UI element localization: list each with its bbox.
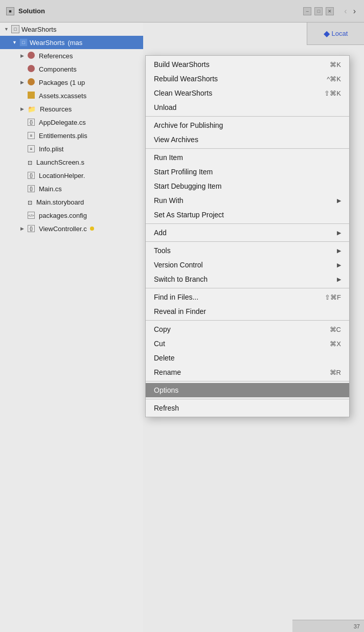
menu-item-refresh[interactable]: Refresh <box>146 401 349 415</box>
statusbar: 37 <box>292 620 364 632</box>
viewcontroller-item[interactable]: ▶ {} ViewController.c <box>0 222 143 235</box>
titlebar-controls[interactable]: – □ ✕ <box>303 7 334 15</box>
expand-triangle: ▼ <box>4 27 9 32</box>
item-label: Components <box>39 65 77 73</box>
menu-item-run[interactable]: Run Item <box>146 150 349 165</box>
item-label: ViewController.c <box>39 225 87 233</box>
menu-item-label: Set As Startup Project <box>154 211 341 219</box>
maximize-button[interactable]: □ <box>314 7 323 15</box>
back-arrow[interactable]: ‹ <box>342 6 349 17</box>
submenu-arrow: ▶ <box>337 247 341 254</box>
item-label: LaunchScreen.s <box>36 159 84 166</box>
menu-item-label: Rename <box>154 368 330 376</box>
menu-item-label: Start Debugging Item <box>154 182 341 190</box>
menu-section-run: Run Item Start Profiling Item Start Debu… <box>146 149 349 224</box>
menu-section-tools: Tools ▶ Version Control ▶ Switch to Bran… <box>146 242 349 288</box>
cs-icon: {} <box>28 225 35 232</box>
storyboard-icon: ⊡ <box>28 198 32 206</box>
xml-icon: ≡ <box>28 132 35 139</box>
menu-item-label: Run With <box>154 196 337 205</box>
submenu-arrow: ▶ <box>337 262 341 268</box>
submenu-arrow: ▶ <box>337 276 341 283</box>
solution-icon: ■ <box>6 7 14 15</box>
menu-item-label: Rebuild WearShorts <box>154 75 327 83</box>
menu-item-clean[interactable]: Clean WearShorts ⇧⌘K <box>146 86 349 100</box>
right-panel-tab[interactable]: ◆ Locat <box>307 22 364 45</box>
menu-item-delete[interactable]: Delete <box>146 351 349 365</box>
cs-icon: {} <box>28 119 35 126</box>
menu-item-run-with[interactable]: Run With ▶ <box>146 193 349 208</box>
assets-item[interactable]: ▶ Assets.xcassets <box>0 89 143 102</box>
menu-item-label: Find in Files... <box>154 293 325 301</box>
packages-item[interactable]: ▶ Packages (1 up <box>0 76 143 89</box>
launchscreen-item[interactable]: ▶ ⊡ LaunchScreen.s <box>0 155 143 169</box>
menu-item-archive[interactable]: Archive for Publishing <box>146 118 349 132</box>
menu-item-label: Delete <box>154 354 341 362</box>
menu-item-debug[interactable]: Start Debugging Item <box>146 179 349 193</box>
menu-item-label: Build WearShorts <box>154 60 330 69</box>
appdelegate-item[interactable]: ▶ {} AppDelegate.cs <box>0 116 143 129</box>
menu-item-label: Clean WearShorts <box>154 89 324 97</box>
pkg-icon <box>28 78 35 87</box>
menu-item-shortcut: ⇧⌘K <box>324 89 341 97</box>
menu-item-view-archives[interactable]: View Archives <box>146 132 349 147</box>
menu-item-label: View Archives <box>154 136 341 144</box>
menu-item-label: Refresh <box>154 404 341 412</box>
menu-item-tools[interactable]: Tools ▶ <box>146 243 349 258</box>
menu-item-profile[interactable]: Start Profiling Item <box>146 165 349 179</box>
menu-section-add: Add ▶ <box>146 224 349 242</box>
menu-item-shortcut: ^⌘K <box>327 75 341 83</box>
menu-item-unload[interactable]: Unload <box>146 100 349 115</box>
infoplist-item[interactable]: ▶ ≡ Info.plist <box>0 142 143 155</box>
references-item[interactable]: ▶ References <box>0 49 143 62</box>
titlebar-title: Solution <box>18 7 45 15</box>
project-item[interactable]: ▼ □ WearShorts (mas <box>0 36 143 49</box>
menu-item-reveal-finder[interactable]: Reveal in Finder <box>146 304 349 319</box>
entitlements-item[interactable]: ▶ ≡ Entitlements.plis <box>0 129 143 142</box>
solution-icon: □ <box>11 25 19 33</box>
forward-arrow[interactable]: › <box>351 6 358 17</box>
menu-item-rename[interactable]: Rename ⌘R <box>146 365 349 379</box>
resources-item[interactable]: ▶ 📁 Resources <box>0 102 143 116</box>
folder-icon: 📁 <box>28 105 36 113</box>
menu-item-copy[interactable]: Copy ⌘C <box>146 322 349 336</box>
menu-item-version-control[interactable]: Version Control ▶ <box>146 258 349 272</box>
menu-item-label: Start Profiling Item <box>154 168 341 176</box>
config-icon: </> <box>28 212 35 219</box>
menu-section-build: Build WearShorts ⌘K Rebuild WearShorts ^… <box>146 56 349 117</box>
menu-item-label: Reveal in Finder <box>154 307 341 315</box>
menu-item-label: Tools <box>154 246 337 255</box>
xcassets-icon <box>28 92 35 100</box>
xml-icon: ≡ <box>28 145 35 152</box>
warning-indicator <box>90 227 94 231</box>
menu-item-shortcut: ⌘C <box>330 326 341 333</box>
close-button[interactable]: ✕ <box>326 7 334 15</box>
menu-item-find-files[interactable]: Find in Files... ⇧⌘F <box>146 290 349 304</box>
menu-section-find: Find in Files... ⇧⌘F Reveal in Finder <box>146 288 349 321</box>
menu-item-switch-branch[interactable]: Switch to Branch ▶ <box>146 272 349 286</box>
menu-item-options[interactable]: Options <box>146 383 349 397</box>
expand-triangle: ▶ <box>20 53 26 58</box>
locationhelper-item[interactable]: ▶ {} LocationHelper. <box>0 169 143 182</box>
mainstoryboard-item[interactable]: ▶ ⊡ Main.storyboard <box>0 195 143 209</box>
solution-root-item[interactable]: ▼ □ WearShorts <box>0 22 143 36</box>
menu-item-startup[interactable]: Set As Startup Project <box>146 208 349 222</box>
maincs-item[interactable]: ▶ {} Main.cs <box>0 182 143 195</box>
menu-item-shortcut: ⌘K <box>330 61 341 69</box>
menu-section-refresh: Refresh <box>146 399 349 417</box>
menu-item-rebuild[interactable]: Rebuild WearShorts ^⌘K <box>146 72 349 86</box>
components-item[interactable]: ▶ Components <box>0 62 143 76</box>
menu-item-add[interactable]: Add ▶ <box>146 225 349 240</box>
storyboard-icon: ⊡ <box>28 159 32 166</box>
ref-icon <box>28 52 35 60</box>
submenu-arrow: ▶ <box>337 197 341 204</box>
cs-icon: {} <box>28 185 35 192</box>
minimize-button[interactable]: – <box>303 7 311 15</box>
menu-item-label: Add <box>154 229 337 237</box>
menu-section-edit: Copy ⌘C Cut ⌘X Delete Rename ⌘R <box>146 321 349 381</box>
menu-item-build[interactable]: Build WearShorts ⌘K <box>146 57 349 72</box>
menu-item-label: Unload <box>154 103 341 111</box>
packagesconfig-item[interactable]: ▶ </> packages.config <box>0 209 143 222</box>
menu-item-cut[interactable]: Cut ⌘X <box>146 336 349 351</box>
project-label: WearShorts <box>30 39 64 47</box>
